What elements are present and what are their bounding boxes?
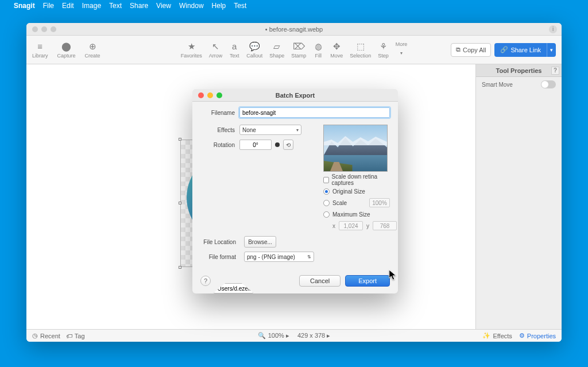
dim-x-input[interactable] [339,221,363,230]
tool-label: Step [378,53,389,59]
browse-button[interactable]: Browse... [244,236,276,248]
tool-text[interactable]: aText [229,41,239,59]
effects-select[interactable]: None▾ [239,125,301,135]
search-icon: 🔍 [258,332,266,339]
tool-label: Stamp [291,53,306,59]
share-link-dropdown[interactable]: ▾ [547,43,556,57]
tool-shape[interactable]: ▱Shape [269,41,284,59]
file-format-value: png - (PNG image) [247,254,295,260]
titlebar: • before-snagit.webp i [26,23,562,36]
tool-arrow[interactable]: ↖Arrow [209,41,223,59]
tool-move[interactable]: ✥Move [330,41,343,59]
create-button[interactable]: ⊕ Create [85,41,100,59]
menu-test[interactable]: Test [234,2,246,10]
effects-value: None [242,127,256,133]
sidebar-toggle[interactable]: ≡ Library [32,41,48,59]
dimensions-display[interactable]: 429 x 378 ▸ [297,332,330,339]
menu-image[interactable]: Image [82,2,101,10]
capture-label: Capture [57,53,76,59]
batch-export-dialog: Batch Export Filename Effects None▾ Rota… [192,89,398,293]
properties-title: Tool Properties [496,67,542,74]
menu-share[interactable]: Share [130,2,148,10]
rotate-button[interactable]: ⟲ [283,140,293,150]
recent-label: Recent [40,333,60,339]
gear-icon: ⚙ [519,332,525,339]
help-icon[interactable]: ? [551,67,559,75]
updown-icon: ⇅ [307,254,311,260]
tag-button[interactable]: 🏷Tag [66,333,85,339]
effects-label: Effects [200,127,239,133]
share-link-button[interactable]: 🔗Share Link [494,43,547,57]
rotation-knob-icon[interactable] [275,142,280,147]
export-button[interactable]: Export [345,275,390,287]
copy-icon: ⧉ [456,46,461,53]
menubar: Snagit File Edit Image Text Share View W… [0,0,588,11]
callout-icon: 💬 [249,41,260,52]
checkbox-icon [323,177,329,183]
tool-label: Callout [246,53,262,59]
menu-edit[interactable]: Edit [62,2,74,10]
menu-view[interactable]: View [156,2,171,10]
wand-icon: ✨ [482,332,490,339]
tool-callout[interactable]: 💬Callout [246,41,262,59]
link-icon: 🔗 [500,46,508,53]
effects-button[interactable]: ✨Effects [482,332,512,339]
menu-text[interactable]: Text [109,2,122,10]
preview-image [323,125,388,172]
text-icon: a [229,41,239,52]
properties-button[interactable]: ⚙Properties [519,332,556,339]
tool-label: Move [330,53,343,59]
tool-label: Arrow [209,53,223,59]
recent-button[interactable]: ◷Recent [32,332,60,339]
tag-label: Tag [75,333,85,339]
dialog-titlebar: Batch Export [192,89,398,102]
scale-radio[interactable]: Scale [323,198,390,207]
zoom-value: 100% ▸ [268,332,289,339]
max-size-label: Maximum Size [332,211,370,218]
arrow-icon: ↖ [210,41,220,52]
max-size-radio[interactable]: Maximum Size [323,210,390,219]
step-icon: ⚘ [378,41,389,52]
scale-label: Scale [332,200,347,206]
menu-help[interactable]: Help [212,2,226,10]
tool-favorites[interactable]: ★Favorites [181,41,202,59]
selection-icon: ⬚ [355,41,366,52]
file-format-select[interactable]: png - (PNG image)⇅ [244,252,314,262]
cancel-button[interactable]: Cancel [299,275,341,287]
menu-file[interactable]: File [43,2,54,10]
chevron-down-icon: ▾ [296,128,299,133]
tool-properties-panel: Tool Properties ? Smart Move [475,64,562,329]
zoom-control[interactable]: 🔍100% ▸ [258,332,289,339]
capture-button[interactable]: ⬤ Capture [57,41,76,59]
tool-more[interactable]: More▾ [396,41,408,59]
rotation-input[interactable] [239,140,272,150]
dim-x-label: x [332,223,335,229]
scale-pct-input[interactable] [369,198,390,207]
tool-selection[interactable]: ⬚Selection [350,41,371,59]
resize-handle[interactable] [179,266,181,269]
filename-input[interactable] [239,107,390,118]
tool-step[interactable]: ⚘Step [378,41,389,59]
window-title: • before-snagit.webp [26,26,562,33]
tool-fill[interactable]: ◍Fill [313,41,323,59]
tool-label: Text [230,53,239,59]
menu-window[interactable]: Window [179,2,204,10]
smart-move-toggle[interactable] [541,80,556,88]
hamburger-icon: ≡ [35,41,45,52]
info-icon[interactable]: i [549,25,557,33]
status-bar: ◷Recent 🏷Tag 🔍100% ▸ 429 x 378 ▸ ✨Effect… [26,329,562,342]
dim-y-input[interactable] [373,221,397,230]
library-label: Library [32,53,48,59]
create-label: Create [85,53,100,59]
original-size-radio[interactable]: Original Size [323,187,390,196]
tool-label: Selection [350,53,371,59]
copy-all-button[interactable]: ⧉Copy All [451,43,491,57]
star-icon: ★ [186,41,196,52]
capture-icon: ⬤ [61,41,72,52]
scale-down-checkbox[interactable]: Scale down retina captures [323,175,390,184]
tool-label: Shape [269,53,284,59]
app-menu[interactable]: Snagit [14,2,35,10]
resize-handle[interactable] [179,202,181,204]
tool-stamp[interactable]: ⌦Stamp [291,41,306,59]
dialog-help-button[interactable]: ? [200,276,211,286]
